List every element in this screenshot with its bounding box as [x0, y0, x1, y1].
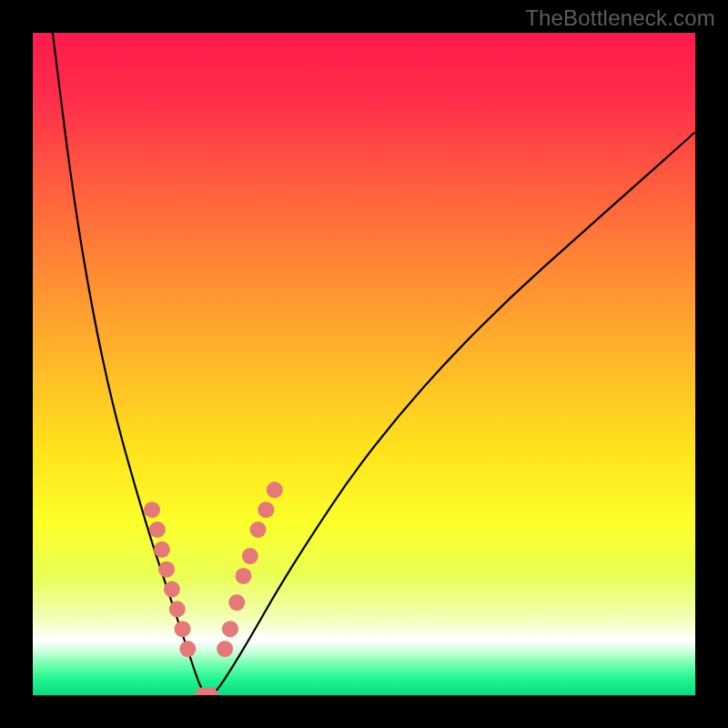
sample-dot [217, 641, 233, 657]
watermark-label: TheBottleneck.com [525, 5, 715, 31]
sample-dot [236, 568, 252, 584]
sample-dot [228, 594, 245, 611]
bottleneck-plot [33, 33, 695, 695]
sample-dot [164, 581, 180, 598]
sample-dot [154, 541, 170, 558]
sample-dot [242, 548, 258, 564]
sample-dot [149, 521, 166, 538]
sample-dot [169, 601, 186, 617]
sample-dot [250, 521, 267, 538]
gradient-background [33, 33, 695, 695]
chart-frame: TheBottleneck.com [0, 0, 728, 728]
sample-dot [175, 621, 191, 637]
sample-dot [179, 641, 196, 657]
sample-dot [144, 501, 160, 518]
sample-dot [258, 501, 274, 518]
sample-dot [222, 621, 238, 637]
sample-dot [158, 561, 175, 578]
sample-dot [267, 481, 283, 498]
